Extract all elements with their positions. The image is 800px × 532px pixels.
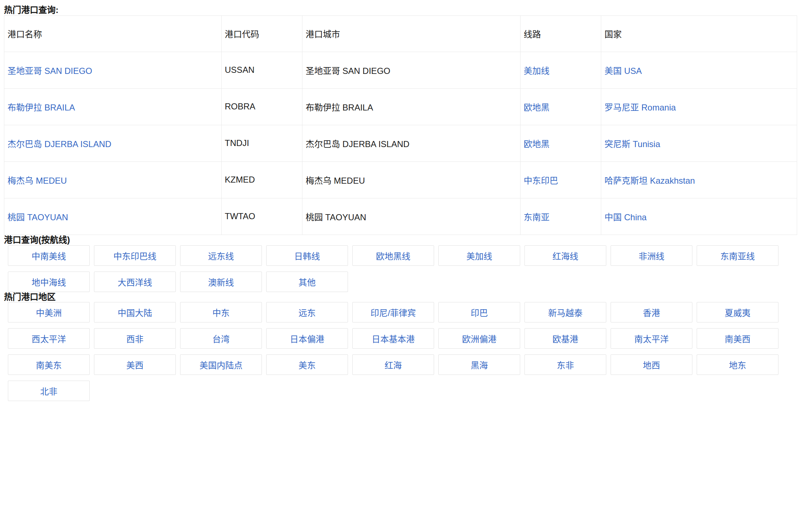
popular-ports-title: 热门港口查询: bbox=[4, 5, 797, 15]
region-filter-button[interactable]: 远东 bbox=[266, 302, 348, 323]
region-filter-button[interactable]: 中东 bbox=[180, 302, 262, 323]
port-code-cell: TWTAO bbox=[221, 198, 302, 235]
region-filter-button[interactable]: 印尼/菲律宾 bbox=[352, 302, 434, 323]
country-cell: 哈萨克斯坦 Kazakhstan bbox=[601, 161, 797, 198]
region-filter-button[interactable]: 欧基港 bbox=[524, 328, 606, 349]
route-filter-button[interactable]: 中南美线 bbox=[8, 245, 90, 266]
port-city-cell: 布勒伊拉 BRAILA bbox=[302, 88, 520, 125]
region-filter-button[interactable]: 印巴 bbox=[438, 302, 520, 323]
region-filter-button[interactable]: 台湾 bbox=[180, 328, 262, 349]
table-row: 桃园 TAOYUAN TWTAO 桃园 TAOYUAN 东南亚 中国 China bbox=[4, 198, 797, 235]
port-name-link[interactable]: 杰尔巴岛 DJERBA ISLAND bbox=[8, 139, 111, 149]
route-filter-button[interactable]: 其他 bbox=[266, 272, 348, 292]
region-filter-button[interactable]: 欧洲偏港 bbox=[438, 328, 520, 349]
route-cell: 中东印巴 bbox=[520, 161, 601, 198]
port-code-cell: USSAN bbox=[221, 52, 302, 88]
route-filter-button[interactable]: 欧地黑线 bbox=[352, 245, 434, 266]
route-filter-button[interactable]: 美加线 bbox=[438, 245, 520, 266]
route-link[interactable]: 欧地黑 bbox=[524, 139, 550, 149]
route-cell: 欧地黑 bbox=[520, 88, 601, 125]
region-filter-list: 中美洲 中国大陆 中东 远东 印尼/菲律宾 印巴 新马越泰 香港 夏威夷 西太平… bbox=[8, 302, 785, 401]
region-filter-button[interactable]: 南美东 bbox=[8, 354, 90, 375]
table-row: 梅杰乌 MEDEU KZMED 梅杰乌 MEDEU 中东印巴 哈萨克斯坦 Kaz… bbox=[4, 161, 797, 198]
port-name-cell: 桃园 TAOYUAN bbox=[4, 198, 222, 235]
port-name-link[interactable]: 梅杰乌 MEDEU bbox=[8, 176, 67, 185]
route-link[interactable]: 欧地黑 bbox=[524, 103, 550, 112]
route-filter-list: 中南美线 中东印巴线 远东线 日韩线 欧地黑线 美加线 红海线 非洲线 东南亚线… bbox=[8, 245, 785, 292]
port-name-link[interactable]: 桃园 TAOYUAN bbox=[8, 212, 68, 222]
route-filter-button[interactable]: 澳新线 bbox=[180, 272, 262, 292]
country-link[interactable]: 突尼斯 Tunisia bbox=[604, 139, 660, 149]
region-filter-button[interactable]: 新马越泰 bbox=[524, 302, 606, 323]
country-cell: 中国 China bbox=[601, 198, 797, 235]
route-filter-button[interactable]: 中东印巴线 bbox=[94, 245, 176, 266]
region-filter-button[interactable]: 北非 bbox=[8, 381, 90, 401]
table-row: 杰尔巴岛 DJERBA ISLAND TNDJI 杰尔巴岛 DJERBA ISL… bbox=[4, 125, 797, 161]
popular-ports-table: 港口名称 港口代码 港口城市 线路 国家 圣地亚哥 SAN DIEGO USSA… bbox=[4, 15, 797, 235]
region-filter-button[interactable]: 日本偏港 bbox=[266, 328, 348, 349]
route-link[interactable]: 美加线 bbox=[524, 66, 550, 76]
port-name-cell: 圣地亚哥 SAN DIEGO bbox=[4, 52, 222, 88]
table-body: 圣地亚哥 SAN DIEGO USSAN 圣地亚哥 SAN DIEGO 美加线 … bbox=[4, 52, 797, 235]
col-header-port-code: 港口代码 bbox=[221, 15, 302, 52]
region-filter-button[interactable]: 红海 bbox=[352, 354, 434, 375]
col-header-port-city: 港口城市 bbox=[302, 15, 520, 52]
route-cell: 欧地黑 bbox=[520, 125, 601, 161]
port-city-cell: 圣地亚哥 SAN DIEGO bbox=[302, 52, 520, 88]
route-filter-button[interactable]: 日韩线 bbox=[266, 245, 348, 266]
region-filter-button[interactable]: 美西 bbox=[94, 354, 176, 375]
region-filter-button[interactable]: 南美西 bbox=[697, 328, 778, 349]
port-code-cell: TNDJI bbox=[221, 125, 302, 161]
route-cell: 东南亚 bbox=[520, 198, 601, 235]
route-filter-button[interactable]: 远东线 bbox=[180, 245, 262, 266]
route-filter-button[interactable]: 非洲线 bbox=[611, 245, 692, 266]
col-header-country: 国家 bbox=[601, 15, 797, 52]
region-filter-button[interactable]: 地西 bbox=[611, 354, 692, 375]
route-filter-button[interactable]: 地中海线 bbox=[8, 272, 90, 292]
country-link[interactable]: 罗马尼亚 Romania bbox=[604, 103, 676, 112]
country-link[interactable]: 美国 USA bbox=[604, 66, 642, 76]
country-cell: 美国 USA bbox=[601, 52, 797, 88]
region-filter-button[interactable]: 黑海 bbox=[438, 354, 520, 375]
table-row: 布勒伊拉 BRAILA ROBRA 布勒伊拉 BRAILA 欧地黑 罗马尼亚 R… bbox=[4, 88, 797, 125]
region-filter-button[interactable]: 美国内陆点 bbox=[180, 354, 262, 375]
route-link[interactable]: 东南亚 bbox=[524, 212, 550, 222]
region-query-title: 热门港口地区 bbox=[4, 292, 797, 302]
region-filter-button[interactable]: 东非 bbox=[524, 354, 606, 375]
col-header-route: 线路 bbox=[520, 15, 601, 52]
route-link[interactable]: 中东印巴 bbox=[524, 176, 558, 185]
region-filter-button[interactable]: 夏威夷 bbox=[697, 302, 778, 323]
port-name-link[interactable]: 布勒伊拉 BRAILA bbox=[8, 103, 75, 112]
port-name-cell: 梅杰乌 MEDEU bbox=[4, 161, 222, 198]
route-filter-button[interactable]: 东南亚线 bbox=[697, 245, 778, 266]
region-filter-button[interactable]: 南太平洋 bbox=[611, 328, 692, 349]
col-header-port-name: 港口名称 bbox=[4, 15, 222, 52]
country-link[interactable]: 哈萨克斯坦 Kazakhstan bbox=[604, 176, 695, 185]
port-city-cell: 梅杰乌 MEDEU bbox=[302, 161, 520, 198]
table-header-row: 港口名称 港口代码 港口城市 线路 国家 bbox=[4, 15, 797, 52]
region-filter-button[interactable]: 中美洲 bbox=[8, 302, 90, 323]
country-link[interactable]: 中国 China bbox=[604, 212, 646, 222]
port-query-page: 热门港口查询: 港口名称 港口代码 港口城市 线路 国家 圣地亚哥 SAN DI… bbox=[4, 5, 797, 401]
region-filter-button[interactable]: 中国大陆 bbox=[94, 302, 176, 323]
country-cell: 突尼斯 Tunisia bbox=[601, 125, 797, 161]
region-filter-button[interactable]: 美东 bbox=[266, 354, 348, 375]
region-filter-button[interactable]: 日本基本港 bbox=[352, 328, 434, 349]
region-filter-button[interactable]: 西非 bbox=[94, 328, 176, 349]
port-city-cell: 杰尔巴岛 DJERBA ISLAND bbox=[302, 125, 520, 161]
table-row: 圣地亚哥 SAN DIEGO USSAN 圣地亚哥 SAN DIEGO 美加线 … bbox=[4, 52, 797, 88]
port-name-cell: 布勒伊拉 BRAILA bbox=[4, 88, 222, 125]
port-code-cell: ROBRA bbox=[221, 88, 302, 125]
route-cell: 美加线 bbox=[520, 52, 601, 88]
region-filter-button[interactable]: 地东 bbox=[697, 354, 778, 375]
route-filter-button[interactable]: 大西洋线 bbox=[94, 272, 176, 292]
port-name-link[interactable]: 圣地亚哥 SAN DIEGO bbox=[8, 66, 92, 76]
port-city-cell: 桃园 TAOYUAN bbox=[302, 198, 520, 235]
port-name-cell: 杰尔巴岛 DJERBA ISLAND bbox=[4, 125, 222, 161]
route-query-title: 港口查询(按航线) bbox=[4, 235, 797, 245]
country-cell: 罗马尼亚 Romania bbox=[601, 88, 797, 125]
port-code-cell: KZMED bbox=[221, 161, 302, 198]
region-filter-button[interactable]: 西太平洋 bbox=[8, 328, 90, 349]
route-filter-button[interactable]: 红海线 bbox=[524, 245, 606, 266]
region-filter-button[interactable]: 香港 bbox=[611, 302, 692, 323]
